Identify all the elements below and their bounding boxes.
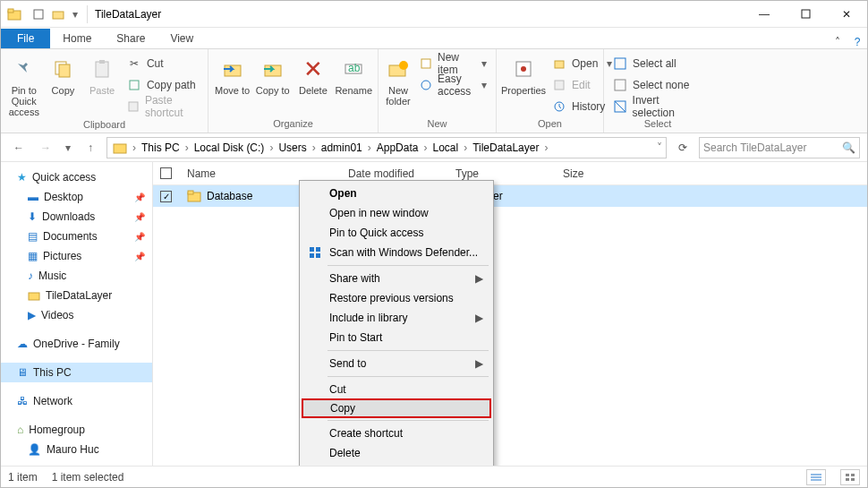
context-scan-defender[interactable]: Scan with Windows Defender... [302,243,490,262]
help-icon[interactable]: ? [847,36,867,48]
ribbon-collapse-icon[interactable]: ˄ [828,36,847,48]
svg-rect-32 [316,247,320,252]
tab-share[interactable]: Share [104,29,157,48]
onedrive-icon: ☁ [17,338,28,350]
select-none-button[interactable]: Select none [609,76,706,94]
context-pin-quick-access[interactable]: Pin to Quick access [302,223,490,243]
breadcrumb-item[interactable]: AppData [373,138,422,158]
forward-button[interactable]: → [35,137,56,158]
nav-network[interactable]: 🖧Network [1,391,152,411]
context-send-to[interactable]: Send to▶ [302,354,490,373]
nav-user[interactable]: 👤Mauro Huc [1,440,152,459]
select-all-button[interactable]: Select all [609,55,706,73]
cut-button[interactable]: ✂Cut [123,55,202,73]
close-button[interactable]: ✕ [826,1,867,28]
downloads-icon: ⬇ [28,210,37,223]
invert-selection-button[interactable]: Invert selection [609,98,706,116]
svg-rect-22 [555,81,564,90]
tab-home[interactable]: Home [50,29,104,48]
tab-view[interactable]: View [157,29,206,48]
context-include-in-library[interactable]: Include in library▶ [302,308,490,328]
table-row[interactable]: Database 1/23/2017 1:50 PM File folder [153,185,867,207]
qat-newfolder-icon[interactable] [51,7,65,21]
context-create-shortcut[interactable]: Create shortcut [302,424,490,443]
breadcrumb-item[interactable]: admin01 [318,138,366,158]
svg-rect-33 [310,253,314,258]
nav-downloads[interactable]: ⬇Downloads📌 [1,207,152,227]
delete-button[interactable]: ✕Delete [294,53,331,96]
network-icon: 🖧 [17,395,28,407]
breadcrumb-item[interactable]: TileDataLayer [469,138,542,158]
rename-button[interactable]: abRename [335,53,372,96]
nav-music[interactable]: ♪Music [1,266,152,286]
context-pin-to-start[interactable]: Pin to Start [302,328,490,347]
svg-rect-41 [851,478,855,481]
column-headers: Name Date modified Type Size [153,162,867,185]
status-selected-count: 1 item selected [52,471,124,484]
nav-onedrive[interactable]: ☁OneDrive - Family [1,334,152,354]
column-size[interactable]: Size [556,162,627,184]
context-open-new-window[interactable]: Open in new window [302,203,490,223]
search-icon: 🔍 [842,141,855,154]
nav-videos[interactable]: ▶Videos [1,305,152,325]
icons-view-button[interactable] [840,469,860,485]
copy-to-button[interactable]: Copy to [254,53,291,96]
details-view-button[interactable] [806,469,826,485]
svg-rect-9 [130,81,139,90]
context-open[interactable]: Open [302,184,490,203]
easy-access-icon [420,78,432,92]
row-checkbox[interactable] [160,191,172,202]
svg-rect-17 [421,59,430,68]
new-item-button[interactable]: New item▾ [416,55,490,73]
nav-this-pc[interactable]: 🖥This PC [1,363,152,382]
address-bar: ← → ▾ ↑ › This PC› Local Disk (C:)› User… [1,133,867,162]
svg-text:ab: ab [348,62,361,74]
paste-shortcut-button[interactable]: Paste shortcut [123,98,202,116]
nav-pictures[interactable]: ▦Pictures📌 [1,246,152,266]
open-icon [552,56,566,71]
context-cut[interactable]: Cut [302,380,490,399]
pin-to-quick-access-button[interactable]: Pin to Quick access [6,53,42,117]
column-checkbox[interactable] [153,162,180,184]
minimize-button[interactable]: ― [744,1,785,28]
new-folder-button[interactable]: New folder [384,53,413,107]
breadcrumb-item[interactable]: Users [275,138,310,158]
copy-path-button[interactable]: Copy path [123,76,202,94]
maximize-button[interactable] [785,1,826,28]
rename-icon: ab [339,55,368,83]
back-button[interactable]: ← [8,137,30,158]
qat-properties-icon[interactable] [31,7,46,21]
paste-button[interactable]: Paste [84,53,120,96]
documents-icon: ▤ [28,230,38,243]
breadcrumb-folder-icon[interactable] [109,138,131,158]
search-input[interactable]: Search TileDataLayer 🔍 [699,137,860,158]
tab-file[interactable]: File [1,29,50,48]
copy-button[interactable]: Copy [46,53,81,96]
context-delete[interactable]: Delete [302,443,490,463]
nav-documents[interactable]: ▤Documents📌 [1,227,152,246]
nav-quick-access[interactable]: ★Quick access [1,167,152,187]
nav-desktop[interactable]: ▬Desktop📌 [1,187,152,207]
svg-rect-4 [802,10,810,18]
submenu-arrow-icon: ▶ [475,272,483,285]
breadcrumb[interactable]: › This PC› Local Disk (C:)› Users› admin… [106,137,667,158]
up-button[interactable]: ↑ [80,137,101,158]
breadcrumb-item[interactable]: This PC [138,138,183,158]
move-to-button[interactable]: Move to [214,53,251,96]
select-none-icon [613,78,627,92]
easy-access-button[interactable]: Easy access▾ [416,76,490,94]
pin-icon [10,55,38,83]
qat-dropdown-icon[interactable]: ▾ [69,8,81,21]
select-all-checkbox[interactable] [160,167,172,179]
breadcrumb-item[interactable]: Local Disk (C:) [191,138,268,158]
nav-homegroup[interactable]: ⌂Homegroup [1,420,152,440]
context-share-with[interactable]: Share with▶ [302,269,490,288]
refresh-button[interactable]: ⟳ [672,141,694,154]
context-copy[interactable]: Copy [302,398,491,418]
breadcrumb-item[interactable]: Local [429,138,462,158]
properties-button[interactable]: Properties [502,53,545,96]
context-restore-previous[interactable]: Restore previous versions [302,288,490,308]
recent-button[interactable]: ▾ [62,137,74,158]
breadcrumb-history-icon[interactable]: ˅ [655,141,664,154]
nav-tiledatalayer[interactable]: TileDataLayer [1,286,152,305]
